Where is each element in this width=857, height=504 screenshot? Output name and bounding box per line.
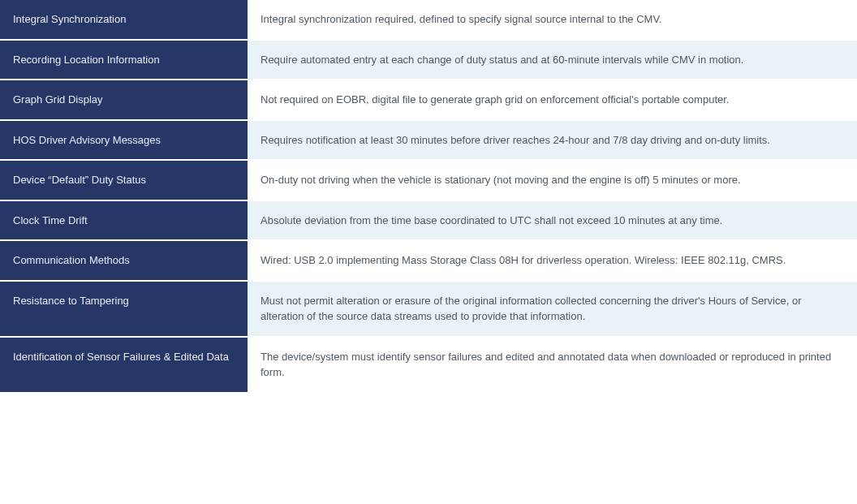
- row-label: Resistance to Tampering: [0, 282, 248, 338]
- row-desc: Wired: USB 2.0 implementing Mass Storage…: [248, 241, 857, 282]
- row-desc: Must not permit alteration or erasure of…: [248, 282, 857, 338]
- row-label: Communication Methods: [0, 241, 248, 282]
- row-desc: Require automated entry at each change o…: [248, 41, 857, 81]
- table-row: Graph Grid Display Not required on EOBR,…: [0, 80, 857, 121]
- spec-table: Integral Synchronization Integral synchr…: [0, 0, 857, 394]
- table-row: Device “Default” Duty Status On-duty not…: [0, 161, 857, 201]
- table-row: Resistance to Tampering Must not permit …: [0, 282, 857, 338]
- row-desc: The device/system must identify sensor f…: [248, 338, 857, 394]
- row-label: Clock Time Drift: [0, 201, 248, 242]
- table-row: HOS Driver Advisory Messages Requires no…: [0, 121, 857, 162]
- table-row: Integral Synchronization Integral synchr…: [0, 0, 857, 41]
- row-label: Recording Location Information: [0, 41, 248, 81]
- row-label: Identification of Sensor Failures & Edit…: [0, 338, 248, 394]
- row-label: Graph Grid Display: [0, 80, 248, 121]
- row-desc: Integral synchronization required, defin…: [248, 0, 857, 41]
- table-row: Recording Location Information Require a…: [0, 41, 857, 81]
- table-row: Identification of Sensor Failures & Edit…: [0, 338, 857, 394]
- table-row: Communication Methods Wired: USB 2.0 imp…: [0, 241, 857, 282]
- row-desc: On-duty not driving when the vehicle is …: [248, 161, 857, 201]
- table-row: Clock Time Drift Absolute deviation from…: [0, 201, 857, 242]
- row-desc: Requires notification at least 30 minute…: [248, 121, 857, 162]
- row-label: Integral Synchronization: [0, 0, 248, 41]
- row-desc: Absolute deviation from the time base co…: [248, 201, 857, 242]
- row-label: Device “Default” Duty Status: [0, 161, 248, 201]
- row-desc: Not required on EOBR, digital file to ge…: [248, 80, 857, 121]
- row-label: HOS Driver Advisory Messages: [0, 121, 248, 162]
